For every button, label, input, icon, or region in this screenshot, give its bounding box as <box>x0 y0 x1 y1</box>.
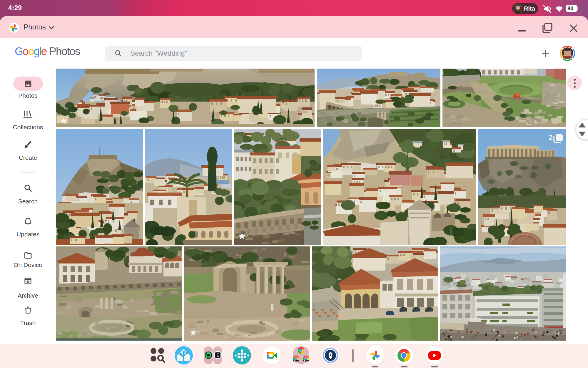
svg-text:Dev: Dev <box>294 360 298 362</box>
svg-text:Beta: Beta <box>304 360 308 362</box>
